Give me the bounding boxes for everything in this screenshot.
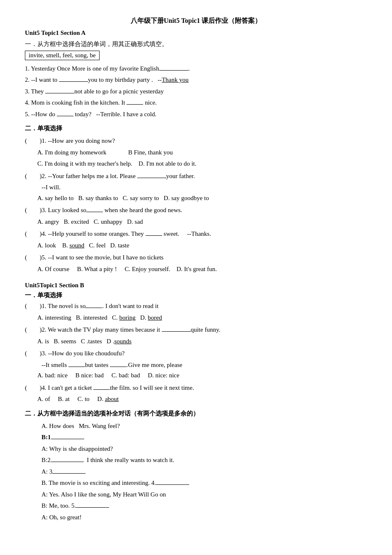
q3-fill: 3. They not able to go for a picnic yest…	[25, 86, 367, 97]
section-a-title: Unit5 Topic1 Section A	[25, 29, 367, 37]
mc-q3: ( )3. Lucy looked so when she heard the …	[25, 205, 367, 227]
part2-label: 二．单项选择	[25, 125, 367, 132]
section-b-part2-label: 二．从方框中选择适当的选项补全对话（有两个选项是多余的）	[25, 410, 367, 418]
word-box: invite, smell, feel, song, be	[25, 51, 100, 60]
b-mc-q4: ( )4. I can't get a ticket the film. so …	[25, 383, 367, 405]
mc-q4: ( )4. --Help yourself to some oranges. T…	[25, 229, 367, 251]
page-title: 八年级下册Unit5 Topic1 课后作业（附答案）	[25, 17, 367, 25]
q2-fill: 2. --I want to you to my birthday party …	[25, 75, 367, 86]
q4-fill: 4. Mom is cooking fish in the kitchen. I…	[25, 98, 367, 108]
b-mc-q1: ( )1. The novel is so. I don't want to r…	[25, 301, 367, 323]
b-mc-q2: ( )2. We watch the TV play many times be…	[25, 325, 367, 347]
section-b-title: Unit5Topic1 Section B	[25, 282, 367, 289]
section-b-part1-label: 一．单项选择	[25, 291, 367, 299]
mc-q2: ( )2. --Your father helps me a lot. Plea…	[25, 171, 367, 204]
b-mc-q3: ( )3. --How do you like choudoufu? --It …	[25, 348, 367, 381]
mc-q5: ( )5. --I want to see the movie, but I h…	[25, 252, 367, 274]
mc-q1: ( )1. --How are you doing now? A. I'm do…	[25, 136, 367, 169]
q5-fill: 5. --How do today? --Terrible. I have a …	[25, 109, 367, 120]
q1-fill: 1. Yesterday Once More is one of my favo…	[25, 64, 367, 74]
dialogue-block: A. How does Mrs. Wang feel? B:1 A: Why i…	[25, 421, 367, 523]
section-b-block: Unit5Topic1 Section B 一．单项选择 ( )1. The n…	[25, 282, 367, 523]
part1-label: 一．从方框中选择合适的单词，用其正确形式填空。	[25, 39, 367, 50]
